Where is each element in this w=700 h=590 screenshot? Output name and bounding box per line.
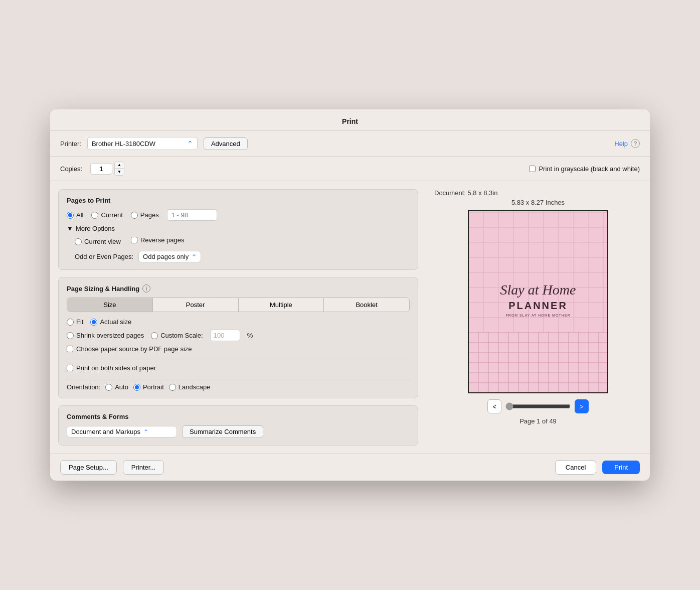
fit-label: Fit — [76, 318, 83, 326]
portrait-label: Portrait — [143, 383, 164, 391]
pages-label: Pages — [140, 211, 159, 219]
copies-bar: Copies: ▲ ▼ Print in grayscale (black an… — [50, 157, 650, 181]
printer-label: Printer: — [60, 140, 81, 147]
shrink-radio[interactable] — [67, 332, 74, 339]
comments-section: Comments & Forms Document and Markups ⌃ … — [58, 405, 418, 446]
odd-even-select[interactable]: Odd pages only ⌃ — [138, 251, 201, 262]
custom-scale-radio-label[interactable]: Custom Scale: — [151, 332, 203, 339]
auto-radio[interactable] — [105, 384, 112, 391]
pages-section: Pages to Print All Current Pages — [58, 189, 418, 270]
copies-decrement[interactable]: ▼ — [115, 169, 124, 175]
sizing-section: Page Sizing & Handling i Size Poster Mul… — [58, 277, 418, 398]
all-radio-label[interactable]: All — [67, 211, 83, 219]
expand-icon: ▼ — [67, 225, 73, 232]
preview-title-planner: PLANNER — [508, 300, 568, 312]
pages-section-title: Pages to Print — [67, 197, 410, 204]
divider-2 — [67, 379, 410, 379]
cancel-button[interactable]: Cancel — [555, 460, 596, 475]
page-slider[interactable] — [505, 402, 571, 410]
both-sides-checkbox[interactable] — [67, 365, 73, 371]
reverse-pages-label[interactable]: Reverse pages — [131, 236, 184, 244]
help-link[interactable]: Help ? — [614, 139, 640, 148]
grayscale-check[interactable]: Print in grayscale (black and white) — [529, 165, 640, 173]
fit-radio[interactable] — [67, 319, 74, 326]
pages-radio[interactable] — [131, 212, 138, 219]
landscape-radio-label[interactable]: Landscape — [169, 383, 211, 391]
preview-panel: Document: 5.8 x 8.3in 5.83 x 8.27 Inches… — [426, 181, 650, 454]
divider-1 — [67, 360, 410, 360]
preview-subtitle: FROM SLAY AT HOME MOTHER — [506, 314, 571, 317]
sizing-tab-row: Size Poster Multiple Booklet — [67, 298, 410, 312]
bottom-bar: Page Setup... Printer... Cancel Print — [50, 454, 650, 481]
tab-size[interactable]: Size — [67, 298, 153, 312]
printer-chevron-icon: ⌃ — [187, 139, 193, 147]
summarize-button[interactable]: Summarize Comments — [182, 425, 263, 438]
doc-size: 5.83 x 8.27 Inches — [511, 199, 565, 206]
custom-scale-label: Custom Scale: — [160, 332, 203, 339]
actual-size-radio[interactable] — [90, 319, 97, 326]
fit-radio-label[interactable]: Fit — [67, 318, 83, 326]
shrink-custom-row: Shrink oversized pages Custom Scale: % — [67, 330, 410, 341]
copies-input[interactable] — [90, 163, 112, 175]
copies-input-wrap: ▲ ▼ — [90, 162, 124, 176]
shrink-label: Shrink oversized pages — [76, 332, 144, 339]
landscape-radio[interactable] — [169, 384, 176, 391]
all-radio[interactable] — [67, 212, 74, 219]
print-button[interactable]: Print — [602, 461, 640, 474]
printer-button[interactable]: Printer... — [123, 460, 164, 475]
portrait-radio[interactable] — [133, 384, 140, 391]
auto-radio-label[interactable]: Auto — [105, 383, 128, 391]
preview-container: Slay at Home PLANNER FROM SLAY AT HOME M… — [468, 210, 608, 393]
advanced-button[interactable]: Advanced — [204, 137, 248, 150]
odd-even-row: Odd or Even Pages: Odd pages only ⌃ — [75, 251, 410, 262]
current-view-radio[interactable] — [75, 238, 82, 245]
orientation-row: Orientation: Auto Portrait Landscape — [67, 383, 410, 391]
sizing-title: Page Sizing & Handling — [67, 285, 139, 292]
landscape-label: Landscape — [179, 383, 211, 391]
page-setup-button[interactable]: Page Setup... — [60, 460, 117, 475]
copies-increment[interactable]: ▲ — [115, 162, 124, 169]
page-label: Page 1 of 49 — [519, 417, 557, 425]
title-bar: Print — [50, 109, 650, 131]
both-sides-text: Print on both sides of paper — [76, 364, 156, 372]
printer-select[interactable]: Brother HL-3180CDW ⌃ — [87, 137, 198, 150]
current-label: Current — [101, 211, 122, 219]
sizing-info-icon[interactable]: i — [142, 284, 150, 292]
custom-scale-radio[interactable] — [151, 332, 158, 339]
preview-bottom-pattern — [469, 332, 607, 392]
shrink-radio-label[interactable]: Shrink oversized pages — [67, 332, 144, 339]
pdf-source-checkbox[interactable] — [67, 346, 73, 352]
pdf-source-label[interactable]: Choose paper source by PDF page size — [67, 345, 192, 353]
top-bar: Printer: Brother HL-3180CDW ⌃ Advanced H… — [50, 131, 650, 157]
custom-scale-input[interactable] — [210, 330, 240, 341]
doc-info: Document: 5.8 x 8.3in — [434, 189, 497, 197]
both-sides-label[interactable]: Print on both sides of paper — [67, 364, 156, 372]
current-view-label[interactable]: Current view — [75, 236, 121, 247]
reverse-pages-checkbox[interactable] — [131, 237, 137, 243]
left-panel: Pages to Print All Current Pages — [50, 181, 426, 454]
sizing-title-row: Page Sizing & Handling i — [67, 284, 410, 292]
more-options-toggle[interactable]: ▼ More Options — [67, 225, 410, 232]
tab-booklet[interactable]: Booklet — [324, 298, 409, 312]
current-radio-label[interactable]: Current — [91, 211, 122, 219]
current-radio[interactable] — [91, 212, 98, 219]
main-content: Pages to Print All Current Pages — [50, 181, 650, 454]
copies-label: Copies: — [60, 165, 82, 173]
prev-page-button[interactable]: < — [487, 399, 501, 413]
help-icon: ? — [631, 139, 640, 148]
pages-radio-label[interactable]: Pages — [131, 211, 159, 219]
forms-value: Document and Markups — [71, 428, 140, 435]
forms-dropdown[interactable]: Document and Markups ⌃ — [67, 426, 177, 437]
tab-poster[interactable]: Poster — [153, 298, 239, 312]
grayscale-checkbox[interactable] — [529, 166, 536, 172]
more-options-label: More Options — [76, 225, 115, 232]
forms-row: Document and Markups ⌃ Summarize Comment… — [67, 425, 410, 438]
tab-multiple[interactable]: Multiple — [239, 298, 324, 312]
next-page-button[interactable]: > — [575, 399, 589, 413]
pages-radio-row: All Current Pages — [67, 209, 410, 221]
actual-size-radio-label[interactable]: Actual size — [90, 318, 131, 326]
pages-range-input[interactable] — [167, 209, 217, 221]
pdf-source-text: Choose paper source by PDF page size — [76, 345, 192, 353]
portrait-radio-label[interactable]: Portrait — [133, 383, 164, 391]
comments-title: Comments & Forms — [67, 413, 410, 420]
